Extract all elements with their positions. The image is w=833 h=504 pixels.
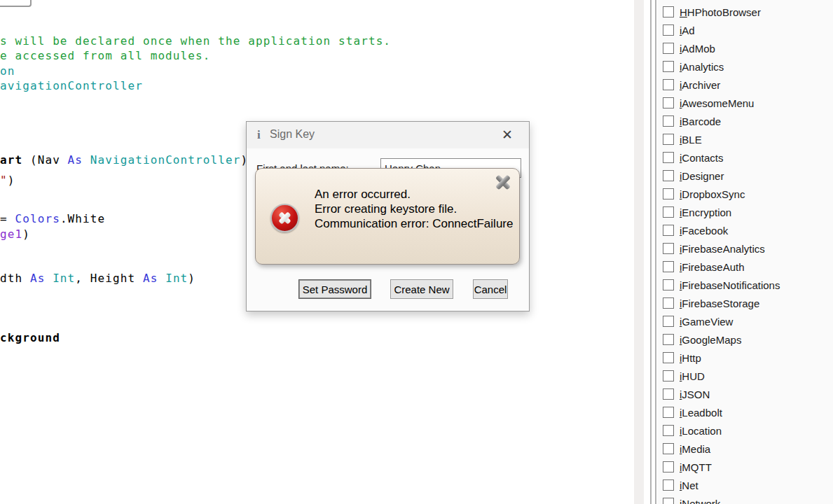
library-checkbox[interactable]: [663, 188, 674, 200]
library-item[interactable]: iJSON: [657, 385, 833, 403]
create-new-button[interactable]: Create New: [390, 279, 453, 299]
library-label[interactable]: iBarcode: [680, 115, 721, 127]
library-checkbox[interactable]: [663, 443, 674, 454]
library-item[interactable]: iMedia: [657, 440, 833, 458]
library-item[interactable]: iBLE: [657, 130, 833, 148]
library-label[interactable]: iLocation: [680, 425, 722, 437]
library-label[interactable]: iNet: [680, 479, 698, 491]
library-checkbox[interactable]: [663, 61, 674, 72]
code-line: art (Nav As NavigationController): [0, 154, 248, 166]
library-item[interactable]: iBarcode: [657, 112, 833, 130]
library-checkbox[interactable]: [663, 352, 674, 363]
library-item[interactable]: iAwesomeMenu: [657, 94, 833, 112]
library-checkbox[interactable]: [663, 206, 674, 218]
library-checkbox[interactable]: [663, 479, 674, 491]
library-checkbox[interactable]: [663, 298, 674, 309]
library-checkbox[interactable]: [663, 498, 674, 504]
library-item[interactable]: iMQTT: [657, 458, 833, 476]
libraries-panel[interactable]: HHPhotoBrowser iAd iAdMob iAnalytics iAr…: [657, 0, 833, 504]
code-line: dth As Int, Height As Int): [0, 272, 195, 284]
library-label[interactable]: iLeadbolt: [680, 407, 722, 419]
library-label[interactable]: iHttp: [680, 352, 701, 364]
cancel-button[interactable]: Cancel: [473, 279, 508, 299]
library-checkbox[interactable]: [663, 388, 674, 400]
library-label[interactable]: iMQTT: [680, 461, 712, 473]
code-line: e accessed from all modules.: [0, 50, 211, 62]
library-label[interactable]: iAd: [680, 24, 695, 36]
library-label[interactable]: iGameView: [680, 316, 733, 328]
error-line: Error creating keystore file.: [315, 202, 513, 216]
dialog-title: Sign Key: [270, 128, 315, 141]
library-item[interactable]: iNetwork: [657, 494, 833, 504]
library-label[interactable]: iArchiver: [680, 79, 720, 91]
library-label[interactable]: iAwesomeMenu: [680, 97, 754, 109]
library-checkbox[interactable]: [663, 79, 674, 90]
library-item[interactable]: iDesigner: [657, 167, 833, 185]
library-label[interactable]: iAnalytics: [680, 61, 724, 73]
library-item[interactable]: iDropboxSync: [657, 185, 833, 203]
library-checkbox[interactable]: [663, 370, 674, 382]
library-checkbox[interactable]: [663, 134, 674, 145]
library-item[interactable]: iGameView: [657, 312, 833, 330]
library-label[interactable]: iGoogleMaps: [680, 334, 741, 346]
splitter-grip: [650, 0, 652, 504]
library-item[interactable]: iAd: [657, 21, 833, 39]
panel-splitter[interactable]: [649, 0, 657, 504]
set-password-button[interactable]: Set Password: [298, 279, 371, 299]
library-label[interactable]: HHPhotoBrowser: [680, 6, 761, 18]
library-item[interactable]: iLocation: [657, 421, 833, 440]
library-item[interactable]: iFacebook: [657, 221, 833, 239]
code-line: ge1): [0, 228, 30, 240]
library-item[interactable]: iFirebaseNotifications: [657, 276, 833, 294]
library-label[interactable]: iDesigner: [680, 170, 724, 182]
library-label[interactable]: iMedia: [680, 443, 710, 455]
library-checkbox[interactable]: [663, 334, 674, 345]
b4i-app-icon: i: [257, 128, 261, 142]
error-icon: [270, 204, 299, 232]
library-item[interactable]: iFirebaseAnalytics: [657, 239, 833, 258]
library-item[interactable]: iHttp: [657, 349, 833, 367]
library-item[interactable]: iLeadbolt: [657, 403, 833, 421]
library-checkbox[interactable]: [663, 261, 674, 272]
library-label[interactable]: iDropboxSync: [680, 188, 745, 200]
library-label[interactable]: iFirebaseStorage: [680, 298, 759, 309]
library-checkbox[interactable]: [663, 152, 674, 163]
library-item[interactable]: iGoogleMaps: [657, 330, 833, 349]
library-checkbox[interactable]: [663, 97, 674, 108]
dialog-close-icon[interactable]: ✕: [498, 126, 516, 144]
library-label[interactable]: iFacebook: [680, 225, 728, 237]
editor-scrollbar[interactable]: [634, 0, 644, 504]
library-item[interactable]: iContacts: [657, 148, 833, 167]
library-label[interactable]: iFirebaseAuth: [680, 261, 745, 273]
library-checkbox[interactable]: [663, 24, 674, 36]
library-item[interactable]: iHUD: [657, 367, 833, 385]
library-checkbox[interactable]: [663, 170, 674, 181]
library-item[interactable]: iNet: [657, 476, 833, 494]
library-label[interactable]: iFirebaseAnalytics: [680, 243, 765, 255]
library-checkbox[interactable]: [663, 6, 674, 18]
library-checkbox[interactable]: [663, 225, 674, 236]
library-item[interactable]: iFirebaseAuth: [657, 258, 833, 276]
library-checkbox[interactable]: [663, 279, 674, 290]
library-label[interactable]: iHUD: [680, 370, 705, 382]
library-item[interactable]: iFirebaseStorage: [657, 294, 833, 312]
library-checkbox[interactable]: [663, 43, 674, 54]
library-label[interactable]: iNetwork: [680, 498, 720, 504]
library-label[interactable]: iContacts: [680, 152, 724, 164]
library-checkbox[interactable]: [663, 316, 674, 327]
library-checkbox[interactable]: [663, 243, 674, 254]
library-label[interactable]: iFirebaseNotifications: [680, 279, 780, 291]
library-item[interactable]: iAnalytics: [657, 57, 833, 76]
library-label[interactable]: iAdMob: [680, 43, 715, 55]
library-item[interactable]: HHPhotoBrowser: [657, 3, 833, 21]
library-checkbox[interactable]: [663, 461, 674, 472]
library-item[interactable]: iArchiver: [657, 76, 833, 94]
library-checkbox[interactable]: [663, 407, 674, 418]
library-label[interactable]: iBLE: [680, 134, 702, 146]
library-checkbox[interactable]: [663, 425, 674, 436]
library-label[interactable]: iEncryption: [680, 206, 731, 218]
library-checkbox[interactable]: [663, 115, 674, 127]
library-label[interactable]: iJSON: [680, 388, 710, 400]
library-item[interactable]: iAdMob: [657, 39, 833, 57]
library-item[interactable]: iEncryption: [657, 203, 833, 221]
